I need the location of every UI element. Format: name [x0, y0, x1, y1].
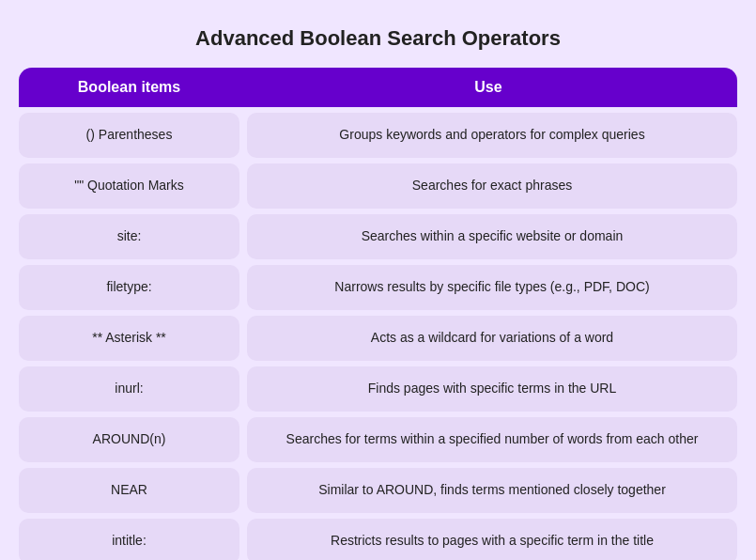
table-row: filetype:Narrows results by specific fil…: [19, 265, 737, 310]
table-row: ** Asterisk **Acts as a wildcard for var…: [19, 316, 737, 361]
use-cell: Finds pages with specific terms in the U…: [247, 366, 737, 412]
table-body: () ParenthesesGroups keywords and operat…: [19, 107, 737, 560]
use-cell: Searches within a specific website or do…: [247, 214, 737, 259]
table-row: site:Searches within a specific website …: [19, 214, 737, 259]
use-cell: Searches for exact phrases: [247, 163, 737, 209]
page-title: Advanced Boolean Search Operators: [19, 19, 737, 51]
boolean-cell: site:: [19, 214, 239, 259]
boolean-cell: inurl:: [19, 366, 239, 412]
boolean-cell: NEAR: [19, 468, 239, 513]
use-cell: Restricts results to pages with a specif…: [247, 519, 737, 560]
use-cell: Searches for terms within a specified nu…: [247, 417, 737, 462]
use-cell: Groups keywords and operators for comple…: [247, 113, 737, 158]
table-row: () ParenthesesGroups keywords and operat…: [19, 113, 737, 158]
boolean-cell: "" Quotation Marks: [19, 163, 239, 209]
boolean-cell: filetype:: [19, 265, 239, 310]
main-container: Advanced Boolean Search Operators Boolea…: [19, 19, 737, 560]
table-row: AROUND(n)Searches for terms within a spe…: [19, 417, 737, 462]
use-cell: Similar to AROUND, finds terms mentioned…: [247, 468, 737, 513]
table-wrapper: Boolean items Use () ParenthesesGroups k…: [19, 68, 737, 560]
table-header: Boolean items Use: [19, 68, 737, 107]
header-boolean: Boolean items: [19, 68, 239, 107]
use-cell: Acts as a wildcard for variations of a w…: [247, 316, 737, 361]
boolean-cell: intitle:: [19, 519, 239, 560]
boolean-cell: ** Asterisk **: [19, 316, 239, 361]
header-use: Use: [239, 68, 737, 107]
table-row: inurl:Finds pages with specific terms in…: [19, 366, 737, 412]
use-cell: Narrows results by specific file types (…: [247, 265, 737, 310]
boolean-cell: AROUND(n): [19, 417, 239, 462]
table-row: intitle:Restricts results to pages with …: [19, 519, 737, 560]
table-row: NEARSimilar to AROUND, finds terms menti…: [19, 468, 737, 513]
table-row: "" Quotation MarksSearches for exact phr…: [19, 163, 737, 209]
boolean-cell: () Parentheses: [19, 113, 239, 158]
